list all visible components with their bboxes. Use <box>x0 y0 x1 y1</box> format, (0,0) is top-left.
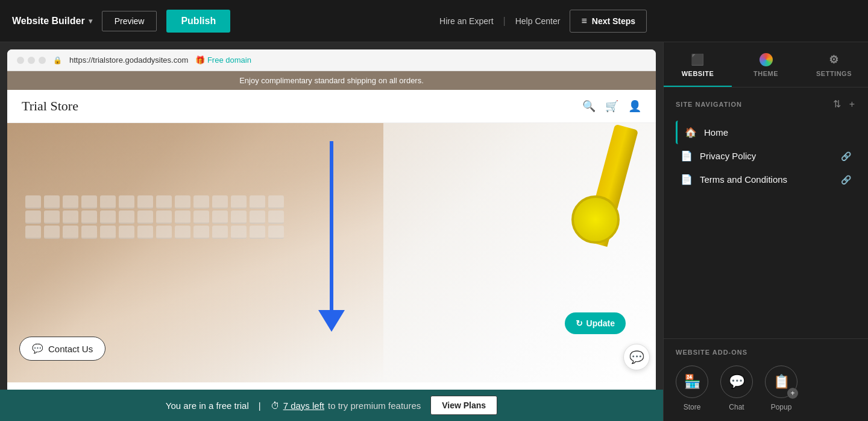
next-steps-label: Next Steps <box>592 16 635 26</box>
main-area: 🔒 https://trialstore.godaddysites.com 🎁 … <box>0 42 868 421</box>
update-label: Update <box>587 318 615 328</box>
cart-icon[interactable]: 🛒 <box>605 100 618 113</box>
help-center-link[interactable]: Help Center <box>515 16 561 26</box>
store-addon-icon: 🏪 <box>676 366 708 398</box>
timer-icon: ⏱ <box>271 400 280 411</box>
document-icon: 📄 <box>681 150 693 162</box>
addon-store[interactable]: 🏪 Store <box>676 366 708 411</box>
arrow-shaft <box>330 141 333 310</box>
addons-title: WEBSITE ADD-ONS <box>676 349 856 356</box>
popup-addon-label: Popup <box>771 403 792 411</box>
browser-toolbar: 🔒 https://trialstore.godaddysites.com 🎁 … <box>7 49 656 71</box>
next-steps-button[interactable]: ≡ Next Steps <box>570 10 647 33</box>
theme-icon <box>760 53 773 66</box>
blue-arrow <box>318 141 345 332</box>
popup-icon: 📋 <box>773 374 790 390</box>
addons-section: WEBSITE ADD-ONS 🏪 Store 💬 Chat � <box>664 338 868 421</box>
publish-button[interactable]: Publish <box>166 10 230 33</box>
canvas-area: 🔒 https://trialstore.godaddysites.com 🎁 … <box>0 42 663 421</box>
spacer <box>664 201 868 338</box>
site-navigation-title: SITE NAVIGATION <box>676 101 742 108</box>
site-logo: Trial Store <box>22 98 78 114</box>
browser-dot-red <box>17 57 24 64</box>
nav-item-home[interactable]: 🏠 Home <box>676 121 856 144</box>
addon-popup[interactable]: 📋 + Popup <box>765 366 797 411</box>
brand-chevron-icon: ▾ <box>89 17 92 25</box>
keyboard-decoration <box>25 195 285 239</box>
document-icon-2: 📄 <box>681 174 693 185</box>
arrow-head <box>318 310 345 332</box>
addons-grid: 🏪 Store 💬 Chat 📋 + Popup <box>676 366 856 411</box>
chat-addon-icon: 💬 <box>720 366 753 398</box>
addon-chat[interactable]: 💬 Chat <box>720 366 753 411</box>
popup-plus-badge: + <box>787 388 798 399</box>
site-nav: Trial Store 🔍 🛒 👤 <box>7 90 656 123</box>
trial-text: You are in a free trial <box>166 400 249 411</box>
add-page-button[interactable]: + <box>848 97 856 111</box>
preview-button[interactable]: Preview <box>102 11 157 31</box>
refresh-icon: ↻ <box>576 318 583 328</box>
link-icon: 🔗 <box>841 151 851 161</box>
tab-website-label: WEBSITE <box>682 70 714 77</box>
nav-terms-label: Terms and Conditions <box>700 174 834 185</box>
header-center: Hire an Expert | Help Center ≡ Next Step… <box>230 10 856 33</box>
link-icon-2: 🔗 <box>841 175 851 185</box>
contact-us-button[interactable]: 💬 Contact Us <box>19 337 105 361</box>
section-header: SITE NAVIGATION ⇅ + <box>676 97 856 111</box>
brand-name[interactable]: Website Builder ▾ <box>12 16 92 27</box>
site-banner: Enjoy complimentary standard shipping on… <box>7 71 656 90</box>
browser-dots <box>17 57 46 64</box>
sidebar-tabs: ⬛ WEBSITE THEME ⚙ SETTINGS <box>664 42 868 87</box>
account-icon[interactable]: 👤 <box>628 100 641 113</box>
chat-addon-label: Chat <box>729 403 744 411</box>
browser-dot-yellow <box>28 57 35 64</box>
popup-addon-icon: 📋 + <box>765 366 797 398</box>
chat-bubble-icon[interactable]: 💬 <box>623 344 650 370</box>
tab-website[interactable]: ⬛ WEBSITE <box>664 42 732 87</box>
reorder-button[interactable]: ⇅ <box>832 97 842 111</box>
watch-face <box>571 195 620 244</box>
hire-expert-link[interactable]: Hire an Expert <box>439 16 493 26</box>
site-preview: Enjoy complimentary standard shipping on… <box>7 71 656 390</box>
lock-icon: 🔒 <box>53 56 62 65</box>
store-addon-label: Store <box>684 403 701 411</box>
nav-item-terms[interactable]: 📄 Terms and Conditions 🔗 <box>676 168 856 191</box>
tab-settings[interactable]: ⚙ SETTINGS <box>800 42 868 87</box>
header-divider: | <box>503 16 506 27</box>
browser-url[interactable]: https://trialstore.godaddysites.com <box>69 55 188 65</box>
nav-home-label: Home <box>704 127 851 138</box>
next-steps-icon: ≡ <box>581 16 587 27</box>
trial-bar: You are in a free trial | ⏱ 7 days left … <box>0 390 663 421</box>
message-icon: 💬 <box>32 343 43 354</box>
tab-settings-label: SETTINGS <box>816 70 852 77</box>
contact-us-label: Contact Us <box>48 344 93 354</box>
brand-label: Website Builder <box>12 16 85 27</box>
gear-icon: ⚙ <box>829 53 839 66</box>
store-icon: 🏪 <box>684 374 700 390</box>
trial-days: 7 days left <box>283 400 324 411</box>
tab-theme-label: THEME <box>753 70 778 77</box>
nav-item-privacy-policy[interactable]: 📄 Privacy Policy 🔗 <box>676 144 856 168</box>
trial-rest-text: to try premium features <box>328 400 421 411</box>
right-sidebar: ⬛ WEBSITE THEME ⚙ SETTINGS SITE NAVIGATI… <box>663 42 868 421</box>
tab-theme[interactable]: THEME <box>732 42 800 87</box>
monitor-icon: ⬛ <box>691 53 705 66</box>
update-button[interactable]: ↻ Update <box>565 312 626 334</box>
browser-frame: 🔒 https://trialstore.godaddysites.com 🎁 … <box>7 49 656 390</box>
site-nav-icons: 🔍 🛒 👤 <box>582 100 641 113</box>
browser-dot-green <box>39 57 46 64</box>
site-navigation-section: SITE NAVIGATION ⇅ + 🏠 Home 📄 Privacy Pol… <box>664 87 868 201</box>
free-domain-badge[interactable]: 🎁 Free domain <box>195 55 251 65</box>
chat-icon: 💬 <box>729 374 745 390</box>
header: Website Builder ▾ Preview Publish Hire a… <box>0 0 868 42</box>
home-icon: 🏠 <box>685 127 697 138</box>
section-actions: ⇅ + <box>832 97 856 111</box>
search-icon[interactable]: 🔍 <box>582 100 596 113</box>
view-plans-button[interactable]: View Plans <box>430 396 497 415</box>
header-left: Website Builder ▾ Preview Publish <box>12 10 230 33</box>
trial-timer: ⏱ 7 days left to try premium features <box>271 400 421 411</box>
nav-privacy-label: Privacy Policy <box>700 151 834 161</box>
trial-separator: | <box>259 400 261 411</box>
